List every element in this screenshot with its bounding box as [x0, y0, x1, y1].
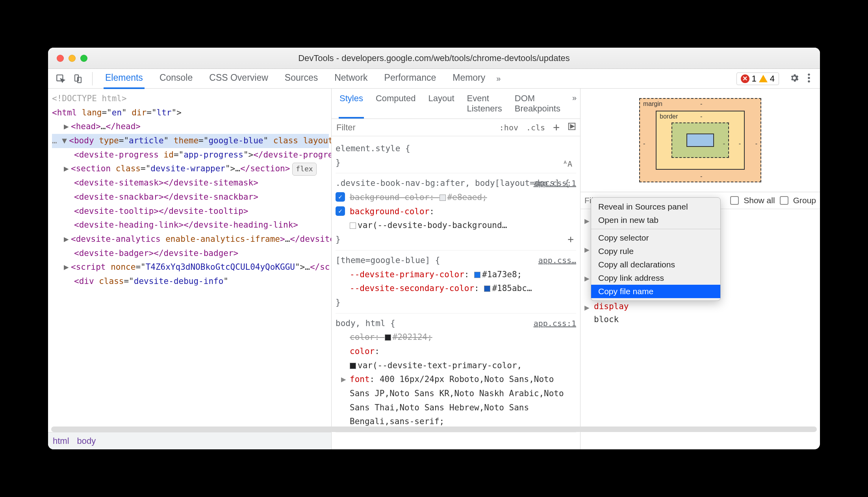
more-tabs-icon[interactable]: » — [496, 74, 501, 83]
disclosure-triangle-icon[interactable]: ▼ — [62, 134, 69, 148]
tab-sources[interactable]: Sources — [283, 68, 319, 89]
dom-line[interactable]: <devsite-heading-link></devsite-heading-… — [52, 218, 329, 232]
css-rule[interactable]: [theme=google-blue] {app.css…--devsite-p… — [336, 250, 576, 313]
error-warning-badge[interactable]: ✕ 1 4 — [736, 72, 779, 85]
rendering-emulations-icon[interactable] — [564, 122, 580, 133]
tab-network[interactable]: Network — [333, 68, 369, 89]
disclosure-triangle-icon[interactable]: ▶ — [64, 120, 71, 134]
settings-icon[interactable] — [789, 73, 799, 85]
css-declaration[interactable]: ✓background-color: #e8eaed; — [336, 191, 576, 205]
color-swatch-icon[interactable] — [385, 334, 391, 341]
source-link[interactable]: app.css… — [538, 254, 576, 267]
subtab-styles[interactable]: Styles — [339, 89, 364, 119]
expand-shorthand-icon[interactable]: ▶ — [341, 373, 346, 387]
group-checkbox[interactable] — [780, 196, 788, 205]
expand-icon[interactable]: ▶ — [584, 301, 590, 315]
source-link[interactable]: app.css:1 — [534, 176, 576, 190]
dom-line[interactable]: <html lang="en" dir="ltr"> — [52, 106, 329, 120]
context-menu: Reveal in Sources panelOpen in new tabCo… — [591, 197, 721, 301]
css-selector[interactable]: element.style { — [336, 142, 576, 156]
css-declaration[interactable]: color: #202124; — [336, 330, 576, 345]
more-options-icon[interactable] — [807, 73, 811, 85]
styles-rules[interactable]: element.style {}ᴬA.devsite-book-nav-bg:a… — [332, 136, 580, 449]
context-menu-item[interactable]: Copy all declarations — [591, 258, 720, 271]
disclosure-triangle-icon[interactable]: ▶ — [64, 260, 71, 274]
expand-icon[interactable]: ▶ — [584, 215, 590, 228]
disclosure-triangle-icon[interactable]: ▶ — [64, 162, 71, 176]
css-declaration[interactable]: --devsite-secondary-color: #185abc… — [336, 282, 576, 296]
content-box — [686, 134, 714, 147]
context-menu-item[interactable]: Copy link address — [591, 271, 720, 285]
context-menu-item[interactable]: Copy selector — [591, 231, 720, 245]
context-menu-item[interactable]: Reveal in Sources panel — [591, 200, 720, 213]
device-toolbar-icon[interactable] — [71, 72, 85, 86]
flex-badge[interactable]: flex — [292, 163, 316, 176]
color-swatch-icon[interactable] — [484, 286, 490, 292]
dom-line[interactable]: <devsite-tooltip></devsite-tooltip> — [52, 204, 329, 219]
devtools-window: DevTools - developers.google.com/web/too… — [48, 48, 820, 449]
close-window-button[interactable] — [57, 55, 64, 62]
expand-icon[interactable]: ▶ — [584, 272, 590, 286]
dom-tree[interactable]: <!DOCTYPE html><html lang="en" dir="ltr"… — [48, 89, 331, 432]
css-declaration[interactable]: --devsite-primary-color: #1a73e8; — [336, 268, 576, 282]
inspect-element-icon[interactable] — [54, 72, 68, 86]
property-checkbox[interactable]: ✓ — [336, 206, 345, 216]
color-swatch-icon[interactable] — [350, 363, 356, 369]
css-declaration[interactable]: ✓background-color: — [336, 205, 576, 219]
cls-toggle[interactable]: .cls — [522, 123, 549, 132]
context-menu-item[interactable]: Open in new tab — [591, 213, 720, 227]
computed-property[interactable]: ▶displayblock — [584, 299, 816, 328]
subtab-dom-breakpoints[interactable]: DOM Breakpoints — [514, 89, 561, 119]
font-editor-icon[interactable]: ᴬA — [563, 157, 572, 171]
dom-line[interactable]: ▶<script nonce="T4Z6xYq3dNOBkoGtcQCUL04y… — [52, 260, 329, 274]
css-rule[interactable]: .devsite-book-nav-bg:after, body[layout=… — [336, 173, 576, 250]
breadcrumb-item[interactable]: html — [53, 436, 69, 446]
showall-checkbox[interactable] — [730, 196, 739, 205]
dom-line[interactable]: <devsite-snackbar></devsite-snackbar> — [52, 190, 329, 204]
subtab-computed[interactable]: Computed — [375, 89, 417, 119]
css-declaration[interactable]: var(--devsite-body-background… — [336, 219, 576, 233]
dom-line[interactable]: ▶<devsite-analytics enable-analytics-ifr… — [52, 232, 329, 247]
dom-line[interactable]: ▶<section class="devsite-wrapper">…</sec… — [52, 162, 329, 176]
context-menu-item[interactable]: Copy file name — [591, 285, 720, 298]
more-subtabs-icon[interactable]: » — [572, 89, 577, 119]
tab-elements[interactable]: Elements — [104, 68, 145, 89]
dom-line[interactable]: <devsite-badger></devsite-badger> — [52, 247, 329, 261]
css-rule[interactable]: body, html {app.css:1color: #202124;colo… — [336, 313, 576, 433]
color-swatch-icon[interactable] — [474, 272, 480, 278]
box-model[interactable]: margin - - - - border - - - — [581, 89, 820, 192]
dom-line[interactable]: <devsite-sitemask></devsite-sitemask> — [52, 176, 329, 190]
hov-toggle[interactable]: :hov — [495, 123, 522, 132]
subtab-event-listeners[interactable]: Event Listeners — [466, 89, 503, 119]
disclosure-triangle-icon[interactable]: ▶ — [64, 232, 71, 247]
expand-icon[interactable]: ▶ — [584, 243, 590, 257]
subtab-layout[interactable]: Layout — [427, 89, 455, 119]
property-checkbox[interactable]: ✓ — [336, 192, 345, 202]
styles-filter-input[interactable] — [332, 122, 495, 133]
color-swatch-icon[interactable] — [350, 223, 356, 229]
minimize-window-button[interactable] — [69, 55, 76, 62]
zoom-window-button[interactable] — [80, 55, 87, 62]
svg-point-4 — [808, 77, 810, 79]
dom-line[interactable]: <!DOCTYPE html> — [52, 92, 329, 106]
breadcrumb-item[interactable]: body — [77, 436, 96, 446]
horizontal-scrollbar[interactable] — [51, 427, 332, 432]
dom-line[interactable]: <devsite-progress id="app-progress"></de… — [52, 148, 329, 162]
css-declaration[interactable]: color: — [336, 345, 576, 359]
new-style-rule-button[interactable]: + — [549, 121, 564, 134]
tab-memory[interactable]: Memory — [451, 68, 487, 89]
dom-line[interactable]: ▶<head>…</head> — [52, 120, 329, 134]
css-rule[interactable]: element.style {}ᴬA — [336, 139, 576, 173]
context-menu-item[interactable]: Copy rule — [591, 245, 720, 258]
dom-line[interactable]: … ▼<body type="article" theme="google-bl… — [52, 134, 329, 148]
add-declaration-button[interactable]: + — [568, 230, 574, 248]
tab-css-overview[interactable]: CSS Overview — [208, 68, 270, 89]
css-declaration[interactable]: ▶font: 400 16px/24px Roboto,Noto Sans,No… — [336, 373, 576, 429]
tab-performance[interactable]: Performance — [383, 68, 438, 89]
dom-line[interactable]: <div class="devsite-debug-info" — [52, 274, 329, 289]
warning-icon — [759, 75, 768, 82]
color-swatch-icon[interactable] — [440, 195, 446, 201]
tab-console[interactable]: Console — [158, 68, 194, 89]
source-link[interactable]: app.css:1 — [534, 317, 576, 330]
css-declaration[interactable]: var(--devsite-text-primary-color, — [336, 359, 576, 373]
